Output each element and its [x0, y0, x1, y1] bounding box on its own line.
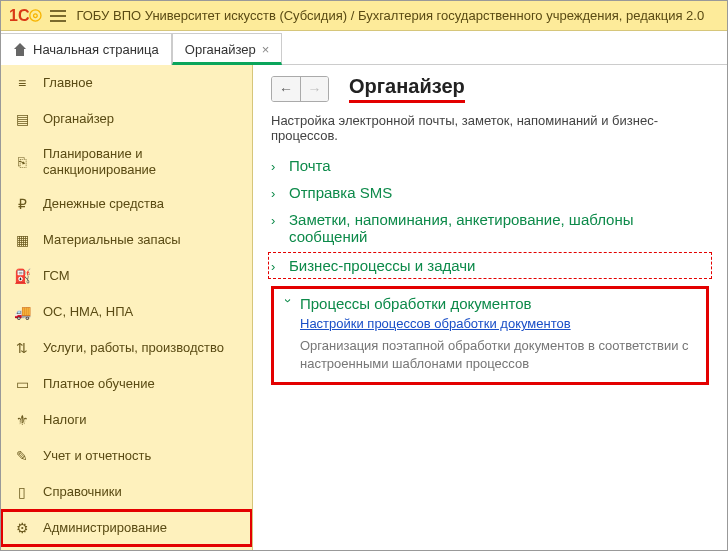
menu-icon[interactable] — [50, 10, 66, 22]
chevron-right-icon: › — [271, 259, 283, 274]
planning-icon: ⎘ — [13, 153, 31, 171]
sidebar-item-taxes[interactable]: ⚜ Налоги — [1, 402, 252, 438]
fuel-icon: ⛽ — [13, 267, 31, 285]
grid-icon: ▦ — [13, 231, 31, 249]
sidebar-item-planning[interactable]: ⎘ Планирование и санкционирование — [1, 137, 252, 186]
organizer-icon: ▤ — [13, 110, 31, 128]
sidebar-item-services[interactable]: ⇅ Услуги, работы, производство — [1, 330, 252, 366]
close-icon[interactable]: × — [262, 42, 270, 57]
home-icon — [13, 43, 27, 57]
truck-icon: 🚚 — [13, 303, 31, 321]
ruble-icon: ₽ — [13, 195, 31, 213]
transfer-icon: ⇅ — [13, 339, 31, 357]
back-button[interactable]: ← — [272, 77, 300, 101]
card-icon: ▭ — [13, 375, 31, 393]
section-processes-box: › Процессы обработки документов Настройк… — [271, 286, 709, 385]
nav-buttons: ← → — [271, 76, 329, 102]
app-logo: 1С⦾ — [9, 7, 42, 25]
tab-bar: Начальная страница Органайзер × — [1, 31, 727, 65]
section-sms[interactable]: › Отправка SMS — [271, 184, 709, 201]
tab-home[interactable]: Начальная страница — [1, 33, 172, 65]
section-processes[interactable]: › Процессы обработки документов — [282, 295, 698, 312]
list-icon: ≡ — [13, 74, 31, 92]
sidebar-item-reports[interactable]: ✎ Учет и отчетность — [1, 438, 252, 474]
sidebar: ≡ Главное ▤ Органайзер ⎘ Планирование и … — [1, 65, 253, 551]
content-pane: ← → Органайзер Настройка электронной поч… — [253, 65, 727, 551]
window-title: ГОБУ ВПО Университет искусств (Субсидия)… — [76, 8, 704, 23]
tab-label: Начальная страница — [33, 42, 159, 57]
sidebar-item-materials[interactable]: ▦ Материальные запасы — [1, 222, 252, 258]
tab-label: Органайзер — [185, 42, 256, 57]
sidebar-item-admin[interactable]: ⚙ Администрирование — [1, 510, 252, 546]
chevron-right-icon: › — [271, 159, 283, 174]
tax-icon: ⚜ — [13, 411, 31, 429]
sidebar-item-money[interactable]: ₽ Денежные средства — [1, 186, 252, 222]
sidebar-item-main[interactable]: ≡ Главное — [1, 65, 252, 101]
tab-organizer[interactable]: Органайзер × — [172, 33, 283, 65]
chevron-down-icon: › — [281, 299, 296, 311]
sidebar-item-refs[interactable]: ▯ Справочники — [1, 474, 252, 510]
link-process-settings[interactable]: Настройки процессов обработки документов — [300, 316, 698, 331]
pencil-icon: ✎ — [13, 447, 31, 465]
page-title: Органайзер — [349, 75, 465, 103]
chevron-right-icon: › — [271, 213, 283, 228]
sidebar-item-organizer[interactable]: ▤ Органайзер — [1, 101, 252, 137]
gear-icon: ⚙ — [13, 519, 31, 537]
chevron-right-icon: › — [271, 186, 283, 201]
sidebar-item-gsm[interactable]: ⛽ ГСМ — [1, 258, 252, 294]
section-notes[interactable]: › Заметки, напоминания, анкетирование, ш… — [271, 211, 709, 245]
forward-button[interactable]: → — [300, 77, 328, 101]
book-icon: ▯ — [13, 483, 31, 501]
page-subtitle: Настройка электронной почты, заметок, на… — [271, 113, 709, 143]
section-mail[interactable]: › Почта — [271, 157, 709, 174]
section-bp[interactable]: › Бизнес-процессы и задачи — [271, 255, 709, 276]
section-description: Организация поэтапной обработки документ… — [300, 337, 698, 372]
sidebar-item-os[interactable]: 🚚 ОС, НМА, НПА — [1, 294, 252, 330]
sidebar-item-education[interactable]: ▭ Платное обучение — [1, 366, 252, 402]
